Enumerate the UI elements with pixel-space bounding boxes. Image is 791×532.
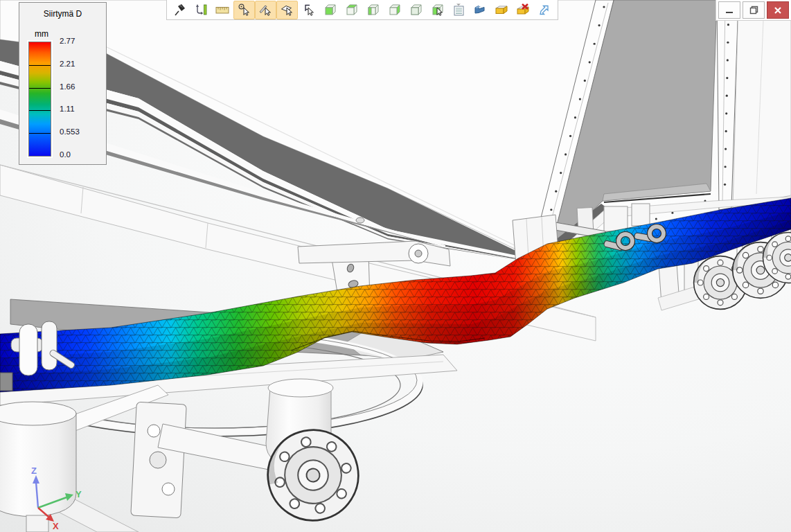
legend-tick-line (29, 110, 51, 111)
view-right-button[interactable] (384, 1, 405, 19)
result-legend-panel: Siirtymä D mm 2.772.211.661.110.5530.0 (19, 2, 107, 165)
select-element-icon (301, 3, 316, 17)
pin-icon (172, 3, 187, 17)
rivet (727, 24, 729, 26)
tray-delete-icon (516, 3, 531, 17)
rivet (560, 172, 562, 174)
ruler-icon (215, 3, 230, 17)
main-toolbar (166, 0, 558, 20)
pin-button[interactable] (169, 1, 190, 19)
view-top-icon (344, 3, 359, 17)
minimize-button[interactable] (718, 1, 740, 19)
view-isometric-button[interactable] (405, 1, 427, 19)
rivet (550, 209, 552, 211)
drag-view-icon (194, 3, 208, 17)
export-view-button[interactable] (534, 1, 556, 19)
rivet (727, 59, 729, 61)
view-iso-icon (409, 3, 423, 17)
rivet (655, 218, 657, 220)
legend-unit: mm (35, 29, 48, 39)
rivet (589, 61, 591, 63)
snap-center-icon (237, 3, 251, 17)
view-left-icon (366, 3, 380, 17)
rivet (724, 184, 726, 186)
rivet (598, 24, 600, 26)
viewport-3d[interactable]: Z Y X (0, 0, 791, 532)
rivet (727, 42, 729, 44)
snap-face-icon (280, 3, 294, 17)
legend-colorbar (28, 42, 51, 157)
rivet (569, 135, 571, 137)
legend-title: Siirtymä D (19, 9, 106, 19)
rivet (725, 148, 727, 150)
result-list-button[interactable] (448, 1, 470, 19)
rivet (574, 116, 576, 118)
view-front-icon (323, 3, 337, 17)
axis-y-label: Y (75, 489, 82, 499)
legend-tick-label: 0.553 (60, 127, 80, 136)
restore-button[interactable] (743, 1, 765, 19)
rivet (555, 190, 557, 193)
legend-tick-label: 2.77 (60, 37, 75, 45)
rivet (594, 43, 596, 45)
snap-edge-button[interactable] (255, 1, 276, 19)
select-element-button[interactable] (298, 1, 319, 19)
rivet (726, 77, 728, 79)
scene-svg: Z Y X (0, 0, 791, 532)
rivet (725, 130, 727, 132)
show-tray-button[interactable] (491, 1, 513, 19)
legend-tick-label: 1.11 (60, 105, 75, 113)
close-button[interactable] (767, 1, 789, 19)
application-window: Z Y X Siirtymä D mm 2.772.211.661.110.55… (0, 0, 791, 532)
section-icon (473, 3, 488, 17)
legend-tick-label: 2.21 (60, 60, 75, 68)
view-left-button[interactable] (362, 1, 384, 19)
list-icon (452, 3, 466, 17)
window-controls (716, 0, 791, 21)
rivet (584, 80, 586, 82)
view-front-button[interactable] (319, 1, 341, 19)
close-icon (774, 6, 782, 15)
snap-face-button[interactable] (276, 1, 298, 19)
legend-tick-line (29, 133, 51, 134)
measure-ruler-button[interactable] (212, 1, 233, 19)
snap-center-button[interactable] (233, 1, 255, 19)
axis-x-label: X (53, 521, 59, 531)
legend-tick-label: 0.0 (60, 150, 71, 159)
tray-icon (495, 3, 509, 17)
view-right-icon (387, 3, 402, 17)
rivet (724, 166, 726, 168)
view-top-button[interactable] (341, 1, 362, 19)
rivet (671, 212, 673, 214)
section-view-button[interactable] (470, 1, 491, 19)
drag-view-button[interactable] (190, 1, 212, 19)
export-icon (537, 3, 552, 17)
legend-tick-labels: 2.772.211.661.110.5530.0 (60, 42, 101, 155)
rivet (579, 98, 581, 100)
rivet (565, 153, 567, 155)
select-face-icon (430, 3, 445, 17)
delete-result-button[interactable] (513, 1, 534, 19)
legend-tick-label: 1.66 (60, 82, 75, 91)
select-face-button[interactable] (427, 1, 448, 19)
legend-tick-line (29, 65, 51, 66)
minimize-icon (725, 6, 734, 15)
snap-edge-icon (258, 3, 273, 17)
restore-icon (749, 6, 758, 15)
rivet (726, 95, 728, 97)
rivet (603, 6, 605, 8)
rivet (725, 112, 727, 114)
axis-z-label: Z (31, 466, 37, 476)
legend-tick-line (29, 88, 51, 89)
